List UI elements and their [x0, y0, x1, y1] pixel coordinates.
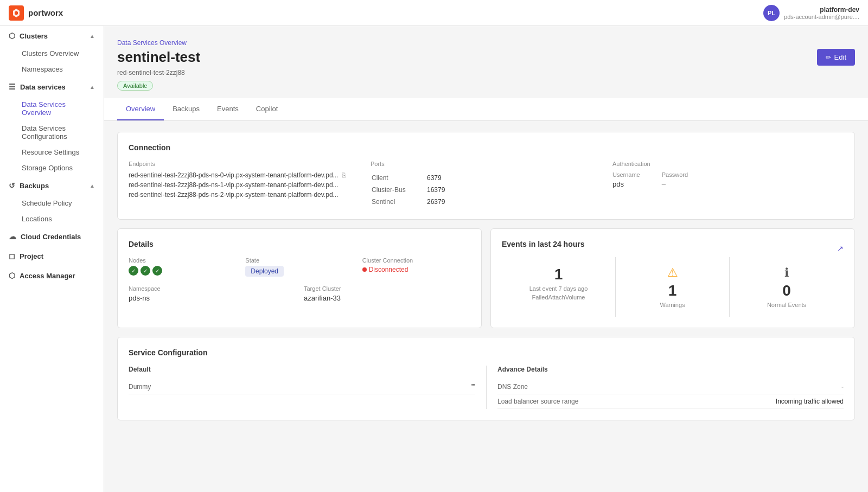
tab-events[interactable]: Events — [208, 98, 247, 120]
events-normal-count: 0 — [738, 282, 835, 299]
events-warnings: ⚠ 1 Warnings — [616, 257, 730, 317]
page-title-area: sentinel-test — [117, 49, 200, 66]
sidebar: ⬡ Clusters ▲ Clusters Overview Namespace… — [0, 26, 104, 492]
namespace-detail: Namespace pds-ns — [129, 285, 295, 302]
sidebar-item-schedule-policy[interactable]: Schedule Policy — [0, 195, 104, 211]
events-card: Events in last 24 hours ↗ 1 Last event 7… — [490, 228, 855, 328]
list-item: Load balancer source range Incoming traf… — [497, 394, 844, 409]
project-icon: ◻ — [9, 252, 15, 260]
sidebar-item-namespaces[interactable]: Namespaces — [0, 61, 104, 77]
state-badge: Deployed — [245, 266, 284, 277]
username-label: Username — [612, 171, 640, 178]
events-last-event: Last event 7 days ago — [510, 285, 607, 292]
auth-label: Authentication — [612, 161, 844, 167]
tab-copilot[interactable]: Copilot — [247, 98, 286, 120]
sidebar-group-clusters[interactable]: ⬡ Clusters ▲ — [0, 26, 104, 46]
connection-grid: Endpoints red-sentinel-test-2zzj88-pds-n… — [129, 161, 844, 208]
logo[interactable]: portworx — [9, 5, 63, 21]
service-config-grid: Default Dummy "" Advance Details DNS Zon… — [129, 366, 844, 409]
details-row2: Namespace pds-ns Target Cluster azarifia… — [129, 285, 470, 302]
table-row: Sentinel 26379 — [372, 196, 601, 207]
sidebar-group-backups-label: Backups — [20, 182, 49, 190]
sidebar-item-project[interactable]: ◻ Project — [0, 246, 104, 266]
table-row: Client 6379 — [372, 172, 601, 183]
connection-card: Connection Endpoints red-sentinel-test-2… — [117, 132, 855, 220]
nodes-row — [129, 266, 237, 276]
sidebar-item-data-services-overview[interactable]: Data Services Overview — [0, 97, 104, 120]
events-warnings-count: 1 — [624, 282, 720, 299]
tabs: Overview Backups Events Copilot — [104, 98, 868, 121]
port-value-cluster-bus: 16379 — [427, 184, 601, 195]
user-email: pds-account-admin@pure.... — [784, 14, 859, 20]
auth-section: Authentication Username pds Password – — [612, 161, 844, 208]
events-title: Events in last 24 hours — [502, 240, 585, 248]
ports-label: Ports — [371, 161, 602, 167]
state-detail: State Deployed — [245, 257, 353, 277]
auth-username: Username pds — [612, 171, 640, 188]
user-menu[interactable]: PL platform-dev pds-account-admin@pure..… — [763, 5, 859, 21]
details-events-row: Details Nodes State Deployed — [117, 228, 855, 337]
service-config-title: Service Configuration — [129, 348, 844, 357]
events-normal: ℹ 0 Normal Events — [730, 257, 844, 317]
access-manager-icon: ⬡ — [9, 271, 15, 280]
clusters-icon: ⬡ — [9, 31, 15, 40]
details-card: Details Nodes State Deployed — [117, 228, 482, 328]
sidebar-access-manager-label: Access Manager — [20, 272, 75, 280]
sidebar-item-access-manager[interactable]: ⬡ Access Manager — [0, 266, 104, 285]
ports-section: Ports Client 6379 Cluster-Bus 16379 — [371, 161, 602, 208]
events-type: FailedAttachVolume — [510, 294, 607, 301]
sidebar-item-resource-settings[interactable]: Resource Settings — [0, 144, 104, 160]
endpoints-label: Endpoints — [129, 161, 360, 167]
breadcrumb[interactable]: Data Services Overview — [117, 39, 855, 47]
external-link-icon[interactable]: ↗ — [837, 244, 844, 253]
table-row: Cluster-Bus 16379 — [372, 184, 601, 195]
disconnected-status: Disconnected — [362, 266, 470, 273]
target-cluster-label: Target Cluster — [304, 285, 470, 292]
port-value-sentinel: 26379 — [427, 196, 601, 207]
events-main-count: 1 — [510, 266, 607, 283]
copy-icon-0[interactable]: ⎘ — [342, 171, 346, 179]
sidebar-project-label: Project — [20, 252, 43, 260]
node-1 — [129, 266, 138, 276]
tab-backups[interactable]: Backups — [164, 98, 208, 120]
events-normal-label: Normal Events — [738, 302, 835, 308]
sidebar-item-cloud-credentials[interactable]: ☁ Cloud Credentials — [0, 227, 104, 246]
events-main: 1 Last event 7 days ago FailedAttachVolu… — [502, 257, 616, 317]
sidebar-group-data-services-label: Data services — [20, 83, 66, 91]
auth-password: Password – — [662, 171, 688, 188]
info-icon: ℹ — [738, 266, 835, 280]
sidebar-item-storage-options[interactable]: Storage Options — [0, 160, 104, 176]
list-item: red-sentinel-test-2zzj88-pds-ns-1-vip.px… — [129, 181, 360, 189]
sidebar-group-clusters-label: Clusters — [20, 32, 48, 40]
page-title: sentinel-test — [117, 49, 200, 66]
data-services-icon: ☰ — [9, 82, 16, 91]
list-item: red-sentinel-test-2zzj88-pds-ns-0-vip.px… — [129, 171, 360, 179]
nodes-detail: Nodes — [129, 257, 237, 277]
namespace-value: pds-ns — [129, 294, 295, 302]
sidebar-group-backups[interactable]: ↺ Backups ▲ — [0, 176, 104, 195]
sidebar-item-locations[interactable]: Locations — [0, 211, 104, 227]
cluster-connection-detail: Cluster Connection Disconnected — [362, 257, 470, 277]
page-header: sentinel-test ✏ Edit — [117, 49, 855, 66]
list-item: Dummy "" — [129, 380, 475, 394]
main-content: Data Services Overview sentinel-test ✏ E… — [104, 26, 868, 492]
list-item: red-sentinel-test-2zzj88-pds-ns-2-vip.px… — [129, 191, 360, 199]
logo-text: portworx — [28, 8, 63, 17]
status-badge: Available — [117, 81, 153, 91]
service-config-left: Default Dummy "" — [129, 366, 486, 409]
sidebar-item-clusters-overview[interactable]: Clusters Overview — [0, 46, 104, 61]
tab-overview[interactable]: Overview — [117, 98, 164, 120]
sidebar-group-data-services[interactable]: ☰ Data services ▲ — [0, 77, 104, 97]
details-grid: Nodes State Deployed Cluster Connection — [129, 257, 470, 277]
sidebar-item-data-services-configs[interactable]: Data Services Configurations — [0, 120, 104, 144]
endpoint-list: red-sentinel-test-2zzj88-pds-ns-0-vip.px… — [129, 171, 360, 199]
avatar: PL — [763, 5, 780, 21]
edit-pencil-icon: ✏ — [826, 54, 831, 61]
target-cluster-detail: Target Cluster azarifian-33 — [304, 285, 470, 302]
namespace-label: Namespace — [129, 285, 295, 292]
topbar: portworx PL platform-dev pds-account-adm… — [0, 0, 868, 26]
edit-button[interactable]: ✏ Edit — [817, 49, 855, 66]
password-value: – — [662, 180, 688, 188]
list-item: DNS Zone - — [497, 380, 844, 394]
disc-dot — [362, 267, 367, 272]
